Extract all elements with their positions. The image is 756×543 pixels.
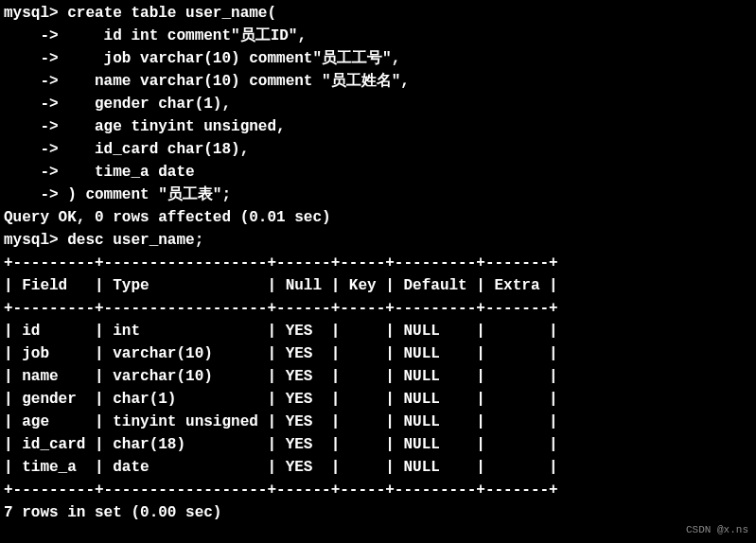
create-table-line-0: mysql> create table user_name(: [4, 2, 752, 25]
create-table-line-8: -> ) comment "员工表";: [4, 184, 752, 206]
table-row: | id_card | char(18) | YES | | NULL | |: [4, 433, 752, 456]
table-row: | id | int | YES | | NULL | |: [4, 320, 752, 342]
mysql-prompt: mysql>: [4, 5, 67, 22]
terminal-output: mysql> create table user_name( -> id int…: [4, 2, 752, 524]
desc-command-line: mysql> desc user_name;: [4, 229, 752, 252]
create-table-line-1: -> id int comment"员工ID",: [4, 25, 752, 47]
table-row: | gender | char(1) | YES | | NULL | |: [4, 388, 752, 411]
create-table-line-7: -> time_a date: [4, 161, 752, 184]
query-ok-line: Query OK, 0 rows affected (0.01 sec): [4, 206, 752, 229]
table-row: | name | varchar(10) | YES | | NULL | |: [4, 365, 752, 388]
watermark: CSDN @x.ns: [686, 522, 748, 538]
table-row: | age | tinyint unsigned | YES | | NULL …: [4, 411, 752, 433]
table-row: | job | varchar(10) | YES | | NULL | |: [4, 342, 752, 365]
create-table-line-3: -> name varchar(10) comment "员工姓名",: [4, 70, 752, 93]
create-table-line-6: -> id_card char(18),: [4, 138, 752, 161]
rows-in-set-line: 7 rows in set (0.00 sec): [4, 501, 752, 524]
table-header: | Field | Type | Null | Key | Default | …: [4, 274, 752, 297]
create-table-line-4: -> gender char(1),: [4, 93, 752, 115]
table-row: | time_a | date | YES | | NULL | |: [4, 456, 752, 479]
create-table-line-5: -> age tinyint unsigned,: [4, 115, 752, 138]
table-border-bottom: +---------+------------------+------+---…: [4, 479, 752, 501]
table-border-mid: +---------+------------------+------+---…: [4, 297, 752, 320]
table-border-top: +---------+------------------+------+---…: [4, 252, 752, 274]
create-table-line-2: -> job varchar(10) comment"员工工号",: [4, 47, 752, 70]
mysql-prompt: mysql>: [4, 232, 67, 249]
